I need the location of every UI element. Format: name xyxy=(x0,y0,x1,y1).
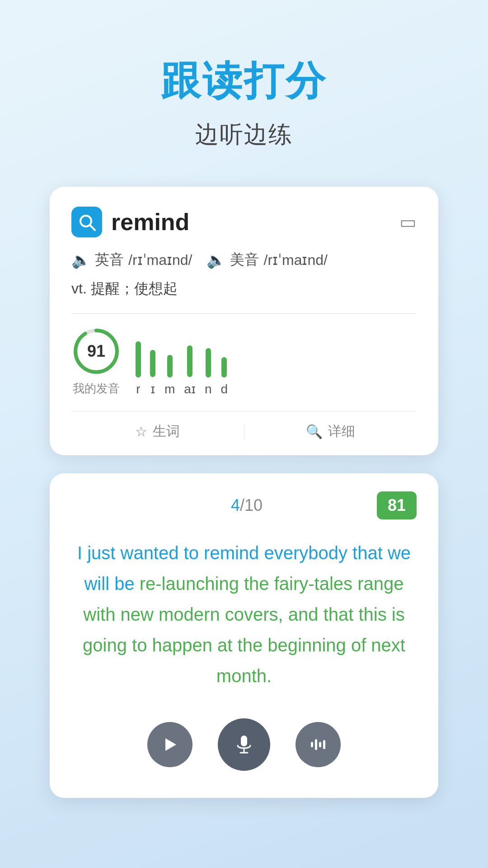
mic-button[interactable] xyxy=(218,718,270,771)
dict-actions: ☆ 生词 🔍 详细 xyxy=(71,411,417,441)
divider-1 xyxy=(71,313,417,314)
phoneme-bar xyxy=(167,355,173,377)
speaker-us-icon[interactable]: 🔈 xyxy=(206,251,225,269)
play-icon xyxy=(161,736,179,754)
wave-button[interactable] xyxy=(296,722,341,767)
star-icon: ☆ xyxy=(135,424,147,439)
phoneme-bar xyxy=(221,357,227,377)
page-title: 跟读打分 xyxy=(161,54,327,108)
page-subtitle: 边听边练 xyxy=(195,119,293,151)
pronunciation-section: 91 我的发音 rɪmaɪnd xyxy=(71,326,417,396)
phoneme-item: m xyxy=(164,355,175,396)
progress-current: 4 xyxy=(231,496,240,514)
phoneme-label: d xyxy=(221,382,228,396)
svg-rect-11 xyxy=(323,740,325,749)
phoneme-label: n xyxy=(205,382,212,396)
phoneme-label: aɪ xyxy=(184,382,196,396)
phoneme-item: n xyxy=(205,348,212,396)
svg-rect-5 xyxy=(241,736,247,746)
phonetic-us-label: 美音 xyxy=(230,250,259,270)
dict-definition: vt. 提醒；使想起 xyxy=(71,279,417,299)
progress-separator: / xyxy=(240,496,244,514)
phoneme-bar xyxy=(150,350,155,377)
logo-icon xyxy=(76,211,98,233)
phoneme-label: r xyxy=(136,382,140,396)
search-icon: 🔍 xyxy=(306,424,323,439)
phonetic-uk-value: /rɪˈmaɪnd/ xyxy=(128,251,192,269)
play-button[interactable] xyxy=(147,722,192,767)
score-my-label: 我的发音 xyxy=(73,381,120,396)
phoneme-bar xyxy=(136,341,141,377)
dict-logo-word: remind xyxy=(71,207,189,237)
dict-header: remind ▭ xyxy=(71,207,417,237)
svg-marker-4 xyxy=(165,738,176,751)
reading-controls xyxy=(71,718,417,771)
svg-rect-9 xyxy=(315,739,317,750)
mic-icon xyxy=(233,734,255,755)
speaker-uk-icon[interactable]: 🔈 xyxy=(71,251,90,269)
phoneme-bars: rɪmaɪnd xyxy=(136,341,417,396)
progress-total: 10 xyxy=(244,496,263,514)
phonetic-us-value: /rɪˈmaɪnd/ xyxy=(263,251,327,269)
app-logo xyxy=(71,207,102,237)
score-circle-wrapper: 91 我的发音 xyxy=(71,326,121,396)
wave-icon xyxy=(309,736,327,754)
dict-word: remind xyxy=(111,208,189,236)
phonetic-uk-group: 🔈 英音 /rɪˈmaɪnd/ xyxy=(71,250,192,270)
phoneme-bar xyxy=(206,348,211,377)
reading-header: 4/10 81 xyxy=(71,491,417,519)
phoneme-bar xyxy=(187,345,192,377)
svg-rect-8 xyxy=(311,742,313,747)
phoneme-item: d xyxy=(221,357,228,396)
score-circle: 91 xyxy=(71,326,121,376)
phoneme-label: m xyxy=(164,382,175,396)
notebook-icon[interactable]: ▭ xyxy=(399,212,417,232)
reading-card: 4/10 81 I just wanted to remind everybod… xyxy=(50,473,438,798)
sentence-green-1: re-launching the fairy-tales xyxy=(140,574,357,594)
reading-score-badge: 81 xyxy=(377,491,417,519)
detail-label: 详细 xyxy=(328,422,355,441)
vocab-action[interactable]: ☆ 生词 xyxy=(71,422,244,441)
phoneme-item: r xyxy=(136,341,141,396)
reading-text: I just wanted to remind everybody that w… xyxy=(71,538,417,691)
svg-line-1 xyxy=(90,225,95,230)
detail-action[interactable]: 🔍 详细 xyxy=(244,422,417,441)
dictionary-card: remind ▭ 🔈 英音 /rɪˈmaɪnd/ 🔈 美音 /rɪˈmaɪnd/… xyxy=(50,187,438,455)
score-number: 91 xyxy=(87,342,105,361)
dict-phonetics: 🔈 英音 /rɪˈmaɪnd/ 🔈 美音 /rɪˈmaɪnd/ xyxy=(71,250,417,270)
phonetic-us-group: 🔈 美音 /rɪˈmaɪnd/ xyxy=(206,250,327,270)
phonetic-uk-label: 英音 xyxy=(95,250,124,270)
phoneme-label: ɪ xyxy=(150,382,155,396)
svg-rect-10 xyxy=(319,742,321,747)
reading-progress: 4/10 xyxy=(231,496,263,515)
phoneme-item: aɪ xyxy=(184,345,196,396)
vocab-label: 生词 xyxy=(153,422,180,441)
phoneme-item: ɪ xyxy=(150,350,155,396)
